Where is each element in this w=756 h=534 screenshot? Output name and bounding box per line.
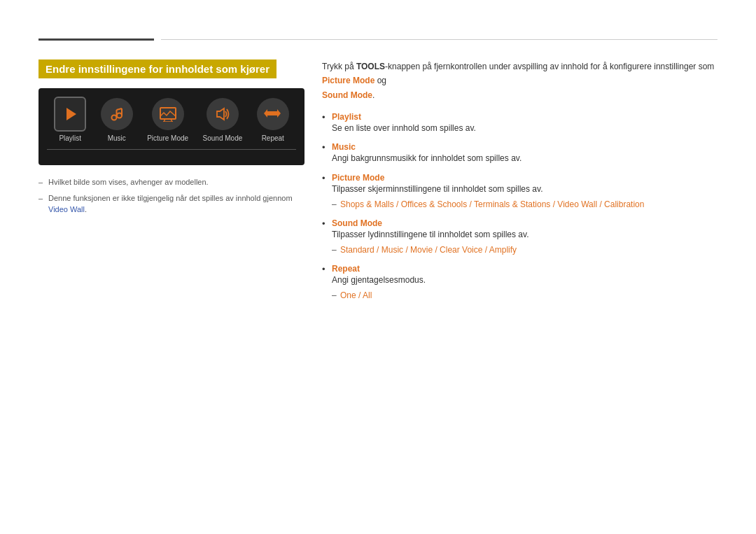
intro-prefix: Trykk på xyxy=(322,62,356,71)
media-icon-music[interactable]: Music xyxy=(101,98,133,142)
picture-mode-term: Picture Mode xyxy=(332,173,718,183)
svg-marker-9 xyxy=(217,108,224,120)
media-divider xyxy=(47,149,296,150)
sound-icon-circle xyxy=(206,98,239,130)
intro-mid: -knappen på fjernkontrollen under avspil… xyxy=(385,62,714,71)
svg-point-4 xyxy=(117,113,122,118)
music-note-icon xyxy=(108,106,125,122)
notes-section: Hvilket bilde som vises, avhenger av mod… xyxy=(38,176,304,216)
bullet-list: Playlist Se en liste over innhold som sp… xyxy=(322,112,718,303)
playlist-label: Playlist xyxy=(59,134,81,142)
sound-label: Sound Mode xyxy=(203,134,243,142)
tools-bold: TOOLS xyxy=(356,62,385,71)
music-label: Music xyxy=(108,134,126,142)
bullet-repeat: Repeat Angi gjentagelsesmodus. One / All xyxy=(322,264,718,302)
intro-end: . xyxy=(372,90,374,100)
svg-line-2 xyxy=(116,108,122,110)
picture-icon-circle xyxy=(152,98,184,130)
sound-mode-link: Sound Mode xyxy=(322,90,372,100)
media-icon-repeat[interactable]: Repeat xyxy=(257,98,289,142)
picture-mode-icon xyxy=(159,106,177,122)
sound-mode-icon xyxy=(214,106,232,122)
picture-mode-link: Picture Mode xyxy=(322,76,374,85)
rule-dark xyxy=(38,38,154,41)
music-term: Music xyxy=(332,142,718,152)
picture-mode-sub: Shops & Malls / Offices & Schools / Term… xyxy=(332,198,718,211)
sound-mode-sub: Standard / Music / Movie / Clear Voice /… xyxy=(332,244,718,257)
intro-paragraph: Trykk på TOOLS-knappen på fjernkontrolle… xyxy=(322,59,718,102)
playlist-term: Playlist xyxy=(332,112,718,122)
music-desc: Angi bakgrunnsmusikk for innholdet som s… xyxy=(332,152,718,165)
intro-and: og xyxy=(374,76,386,85)
repeat-sub: One / All xyxy=(332,289,718,302)
repeat-term: Repeat xyxy=(332,264,718,274)
left-column: Endre innstillingene for innholdet som k… xyxy=(38,59,304,220)
repeat-icon-circle xyxy=(257,98,289,130)
section-heading: Endre innstillingene for innholdet som k… xyxy=(38,59,276,78)
sound-mode-desc: Tilpasser lydinnstillingene til innholde… xyxy=(332,228,718,241)
rule-light xyxy=(161,39,718,40)
bullet-picture-mode: Picture Mode Tilpasser skjerminnstilling… xyxy=(322,173,718,211)
media-icons-row: Playlist Music xyxy=(47,98,296,142)
page-container: Endre innstillingene for innholdet som k… xyxy=(0,0,756,534)
repeat-desc: Angi gjentagelsesmodus. xyxy=(332,274,718,287)
media-icon-playlist[interactable]: Playlist xyxy=(54,98,86,142)
media-icon-picture[interactable]: Picture Mode xyxy=(147,98,188,142)
playlist-desc: Se en liste over innhold som spilles av. xyxy=(332,122,718,135)
note-item-1: Hvilket bilde som vises, avhenger av mod… xyxy=(38,176,304,188)
bullet-playlist: Playlist Se en liste over innhold som sp… xyxy=(322,112,718,135)
picture-label: Picture Mode xyxy=(147,134,188,142)
repeat-label: Repeat xyxy=(262,134,284,142)
note-item-2: Denne funksjonen er ikke tilgjengelig nå… xyxy=(38,192,304,216)
top-rule xyxy=(38,38,718,41)
media-panel: Playlist Music xyxy=(38,88,304,165)
sound-mode-term: Sound Mode xyxy=(332,218,718,228)
bullet-sound-mode: Sound Mode Tilpasser lydinnstillingene t… xyxy=(322,218,718,257)
media-icon-sound[interactable]: Sound Mode xyxy=(203,98,243,142)
music-icon-circle xyxy=(101,98,133,130)
play-triangle-icon xyxy=(66,108,76,120)
svg-point-0 xyxy=(111,115,116,120)
playlist-icon-circle xyxy=(54,98,86,130)
video-wall-link[interactable]: Video Wall xyxy=(48,205,85,213)
playlist-icon-wrap xyxy=(54,97,86,132)
picture-mode-desc: Tilpasser skjerminnstillingene til innho… xyxy=(332,183,718,196)
right-column: Trykk på TOOLS-knappen på fjernkontrolle… xyxy=(322,59,718,310)
repeat-icon xyxy=(264,106,282,122)
bullet-music: Music Angi bakgrunnsmusikk for innholdet… xyxy=(322,142,718,165)
